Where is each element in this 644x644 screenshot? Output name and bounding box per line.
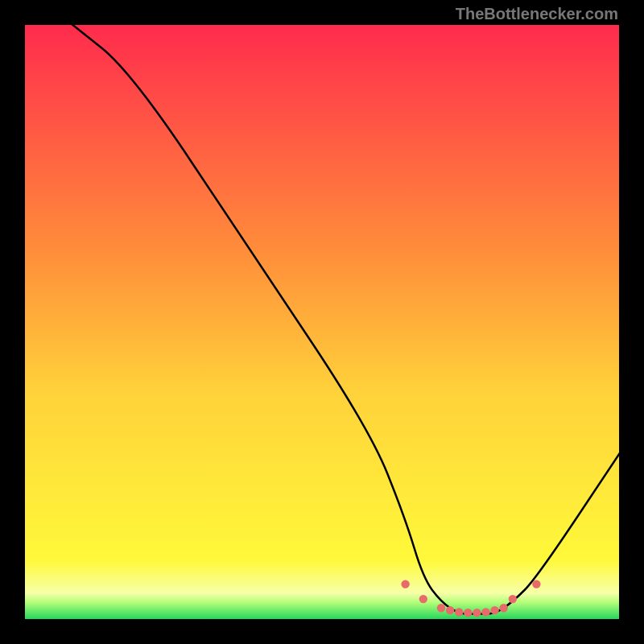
highlight-dot: [473, 609, 481, 617]
bottleneck-dots: [401, 580, 540, 617]
highlight-dot: [532, 580, 540, 588]
highlight-dot: [464, 609, 472, 617]
highlight-dot: [401, 580, 409, 588]
highlight-dot: [446, 606, 454, 614]
highlight-dot: [500, 604, 508, 612]
highlight-dot: [419, 595, 427, 603]
highlight-dot: [509, 595, 517, 603]
highlight-dot: [490, 606, 498, 614]
attribution-text: TheBottlenecker.com: [456, 5, 618, 23]
highlight-dot: [481, 608, 489, 616]
dots-layer: [24, 24, 620, 620]
highlight-dot: [455, 608, 463, 616]
highlight-dot: [437, 604, 445, 612]
